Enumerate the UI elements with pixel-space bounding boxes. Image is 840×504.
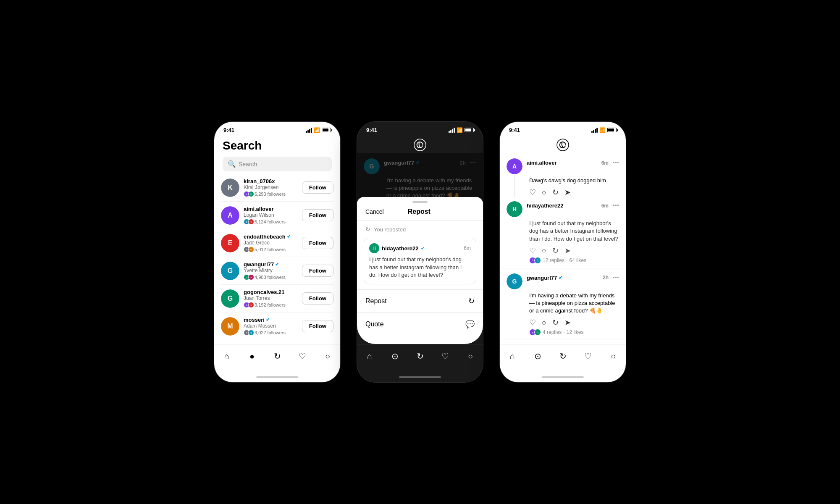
like-icon[interactable]: ♡ (529, 246, 536, 255)
wifi-icon-3: 📶 (599, 127, 606, 133)
search-icon-3: ⊙ (534, 351, 541, 361)
nav-search-3[interactable]: ⊙ (530, 349, 545, 364)
post-item[interactable]: G gwangurl77 ✔ 2h ··· I'm having a debat… (500, 268, 626, 340)
nav-repost[interactable]: ↻ (270, 349, 285, 364)
post-text: Dawg's dawg's dog dogged him (529, 177, 619, 184)
nav-home-2[interactable]: ⌂ (362, 349, 377, 364)
home-indicator-2 (357, 372, 483, 382)
home-indicator-1 (214, 372, 340, 382)
more-icon[interactable]: ··· (613, 201, 619, 210)
repost-modal-overlay[interactable]: Cancel Repost ↻ You reposted H hidayathe… (357, 153, 483, 344)
user-followers: ga 4,903 followers (244, 274, 298, 280)
status-bar-1: 9:41 📶 (214, 122, 340, 135)
avatar: A (221, 206, 239, 225)
more-icon[interactable]: ··· (613, 273, 619, 282)
list-item[interactable]: E endoatthebeach ✔ Jade Greco km 5,012 f… (221, 229, 333, 257)
list-item[interactable]: G gogoncalves.21 Juan Torres ae 3,192 fo… (221, 285, 333, 312)
svg-point-1 (557, 139, 569, 151)
quote-icon: 💬 (465, 320, 475, 329)
share-icon[interactable]: ➤ (564, 246, 571, 255)
user-info: gogoncalves.21 Juan Torres ae 3,192 foll… (244, 289, 298, 308)
follow-button[interactable]: Follow (302, 209, 333, 221)
search-icon: 🔍 (228, 160, 236, 168)
list-item[interactable]: G gwangurl77 ✔ Yvette Mistry ga 4,903 fo… (221, 257, 333, 285)
reply-actions: ♡ ○ ↻ ➤ (529, 246, 619, 255)
battery-icon-2 (465, 128, 474, 132)
avatar: G (221, 289, 239, 308)
nav-profile[interactable]: ○ (320, 349, 335, 364)
user-name: Adam Mosseri (244, 323, 298, 329)
nav-repost-2[interactable]: ↻ (412, 349, 428, 364)
time-3: 9:41 (509, 127, 520, 133)
nav-search[interactable]: ● (244, 349, 260, 364)
list-item[interactable]: A alo.daiane1 Airi Andersen Follow (221, 340, 333, 344)
user-handle: mosseri ✔ (244, 317, 298, 323)
repost-action-icon[interactable]: ↻ (552, 318, 559, 327)
nav-home[interactable]: ⌂ (219, 349, 234, 364)
sheet-title: Repost (408, 208, 430, 215)
follow-button[interactable]: Follow (302, 320, 333, 332)
user-followers: ae 3,192 followers (244, 302, 298, 308)
post-item[interactable]: J jiho100x ✔ 1m ··· Don't let my Italian… (500, 339, 626, 344)
search-input[interactable]: Search (239, 161, 257, 168)
nav-search-2[interactable]: ⊙ (387, 349, 402, 364)
share-icon[interactable]: ➤ (564, 188, 571, 197)
repost-action-button[interactable]: Repost ↻ (357, 289, 483, 312)
share-icon[interactable]: ➤ (564, 318, 571, 327)
user-info: kiran_0706x Kirsi Jørgensen ab 6,290 fol… (244, 178, 298, 197)
nav-repost-3[interactable]: ↻ (555, 349, 570, 364)
quoted-username: hidayathere22 (382, 245, 418, 252)
battery-icon-1 (322, 128, 331, 132)
search-box[interactable]: 🔍 Search (223, 157, 332, 171)
follow-button[interactable]: Follow (302, 237, 333, 249)
sheet-header: Cancel Repost (357, 206, 483, 221)
list-item[interactable]: K kiran_0706x Kirsi Jørgensen ab 6,290 f… (221, 174, 333, 202)
user-info: aimi.allover Logan Wilson ge 5,124 follo… (244, 206, 298, 225)
like-icon[interactable]: ♡ (529, 188, 536, 197)
more-icon[interactable]: ··· (613, 158, 619, 167)
user-handle: endoatthebeach ✔ (244, 234, 298, 240)
nav-home-3[interactable]: ⌂ (505, 349, 520, 364)
comment-icon[interactable]: ○ (542, 188, 546, 197)
nav-likes[interactable]: ♡ (295, 349, 310, 364)
avatar: M (221, 317, 239, 336)
phone-feed-white: 9:41 📶 A (500, 122, 626, 382)
nav-profile-2[interactable]: ○ (463, 349, 478, 364)
heart-icon-3: ♡ (584, 351, 592, 361)
user-name: Kirsi Jørgensen (244, 184, 298, 190)
repost-nav-icon-3: ↻ (559, 351, 567, 361)
cancel-button[interactable]: Cancel (365, 208, 384, 215)
repost-action-icon[interactable]: ↻ (552, 246, 559, 255)
signal-icon-1 (306, 128, 312, 133)
user-name: Logan Wilson (244, 212, 298, 218)
repost-action-icon[interactable]: ↻ (552, 188, 559, 197)
user-followers: ab 6,290 followers (244, 191, 298, 197)
follow-button[interactable]: Follow (302, 265, 333, 277)
follow-button[interactable]: Follow (302, 292, 333, 304)
post-item-reply[interactable]: H hidayathere22 6m ··· I just found out … (500, 199, 626, 268)
like-icon[interactable]: ♡ (529, 318, 536, 327)
comment-icon[interactable]: ○ (542, 318, 546, 327)
bottom-sheet: Cancel Repost ↻ You reposted H hidayathe… (357, 197, 483, 344)
list-item[interactable]: M mosseri ✔ Adam Mosseri kg 3,027 follow… (221, 312, 333, 340)
follow-button[interactable]: Follow (302, 181, 333, 194)
comment-icon[interactable]: ○ (542, 246, 546, 255)
status-bar-2: 9:41 📶 (357, 122, 483, 135)
list-item[interactable]: A aimi.allover Logan Wilson ge 5,124 fol… (221, 202, 333, 229)
user-info: mosseri ✔ Adam Mosseri kg 3,027 follower… (244, 317, 298, 336)
user-info: gwangurl77 ✔ Yvette Mistry ga 4,903 foll… (244, 261, 298, 280)
nav-profile-3[interactable]: ○ (606, 349, 621, 364)
verified-badge: ✔ (266, 317, 270, 323)
phone-feed-dark: 9:41 📶 G (357, 122, 483, 382)
profile-icon: ○ (325, 352, 330, 361)
repost-nav-icon-2: ↻ (417, 351, 424, 361)
reply-header: H hidayathere22 6m ··· (507, 201, 619, 217)
nav-likes-3[interactable]: ♡ (580, 349, 596, 364)
quote-action-button[interactable]: Quote 💬 (357, 312, 483, 336)
nav-likes-2[interactable]: ♡ (438, 349, 453, 364)
user-followers: km 5,012 followers (244, 247, 298, 252)
quoted-avatar: H (369, 243, 379, 253)
user-handle: gwangurl77 ✔ (244, 261, 298, 268)
post-item[interactable]: A aimi.allover 6m ··· Dawg's dawg's dog … (500, 153, 626, 197)
user-name: Yvette Mistry (244, 268, 298, 273)
